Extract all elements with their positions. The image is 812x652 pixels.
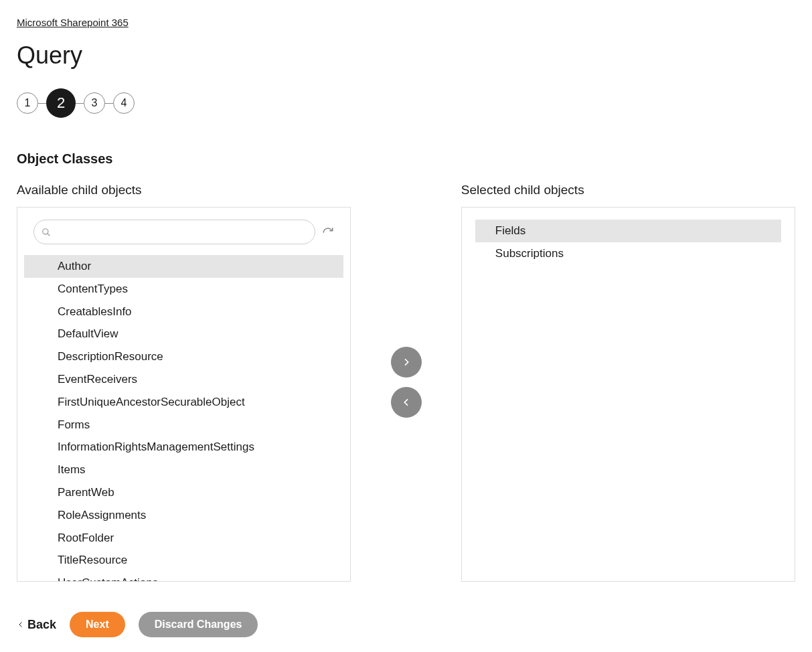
list-item[interactable]: Items [24, 459, 343, 481]
list-item[interactable]: DefaultView [24, 323, 343, 345]
available-column: Available child objects AuthorContentTyp… [17, 183, 351, 582]
list-item[interactable]: Forms [24, 414, 343, 436]
list-item[interactable]: InformationRightsManagementSettings [24, 436, 343, 459]
available-list-box: AuthorContentTypesCreatablesInfoDefaultV… [17, 207, 351, 582]
remove-button[interactable] [391, 387, 422, 418]
list-item[interactable]: ParentWeb [24, 481, 343, 504]
page-title: Query [17, 42, 795, 70]
search-input[interactable] [33, 220, 315, 244]
step-3[interactable]: 3 [84, 92, 105, 114]
step-connector [76, 103, 84, 104]
available-items: AuthorContentTypesCreatablesInfoDefaultV… [24, 255, 343, 582]
selected-label: Selected child objects [461, 183, 795, 197]
list-item[interactable]: EventReceivers [24, 368, 343, 391]
selected-list-box: FieldsSubscriptions [461, 207, 795, 582]
list-item[interactable]: RoleAssignments [24, 504, 343, 527]
back-button[interactable]: Back [17, 618, 56, 632]
step-connector [105, 103, 113, 104]
back-label: Back [27, 618, 56, 632]
list-item[interactable]: UserCustomActions [24, 572, 343, 582]
available-label: Available child objects [17, 183, 351, 197]
step-4[interactable]: 4 [113, 92, 135, 114]
section-heading: Object Classes [17, 151, 795, 167]
list-item[interactable]: RootFolder [24, 527, 343, 550]
list-item[interactable]: Author [24, 255, 343, 278]
add-button[interactable] [391, 347, 422, 378]
list-item[interactable]: Fields [475, 220, 781, 242]
refresh-icon[interactable] [322, 226, 334, 238]
search-icon [42, 228, 51, 237]
selected-column: Selected child objects FieldsSubscriptio… [461, 183, 795, 582]
svg-point-0 [43, 228, 48, 234]
search-input-wrap [33, 220, 315, 244]
footer: Back Next Discard Changes [17, 612, 795, 637]
list-item[interactable]: CreatablesInfo [24, 301, 343, 323]
chevron-right-icon [401, 357, 412, 368]
list-item[interactable]: TitleResource [24, 549, 343, 572]
dual-list: Available child objects AuthorContentTyp… [17, 183, 795, 582]
chevron-left-icon [401, 397, 412, 408]
breadcrumb-link[interactable]: Microsoft Sharepoint 365 [17, 17, 129, 28]
chevron-left-icon [17, 621, 25, 629]
next-button[interactable]: Next [70, 612, 125, 637]
discard-button[interactable]: Discard Changes [139, 612, 258, 637]
search-row [24, 220, 343, 251]
stepper: 1234 [17, 88, 795, 118]
list-item[interactable]: Subscriptions [475, 242, 781, 265]
step-2[interactable]: 2 [46, 88, 76, 118]
selected-items: FieldsSubscriptions [475, 220, 781, 265]
list-item[interactable]: FirstUniqueAncestorSecurableObject [24, 391, 343, 414]
list-item[interactable]: ContentTypes [24, 278, 343, 301]
step-connector [38, 103, 46, 104]
svg-line-1 [48, 233, 50, 236]
transfer-controls [351, 183, 461, 582]
step-1[interactable]: 1 [17, 92, 38, 114]
list-item[interactable]: DescriptionResource [24, 345, 343, 368]
